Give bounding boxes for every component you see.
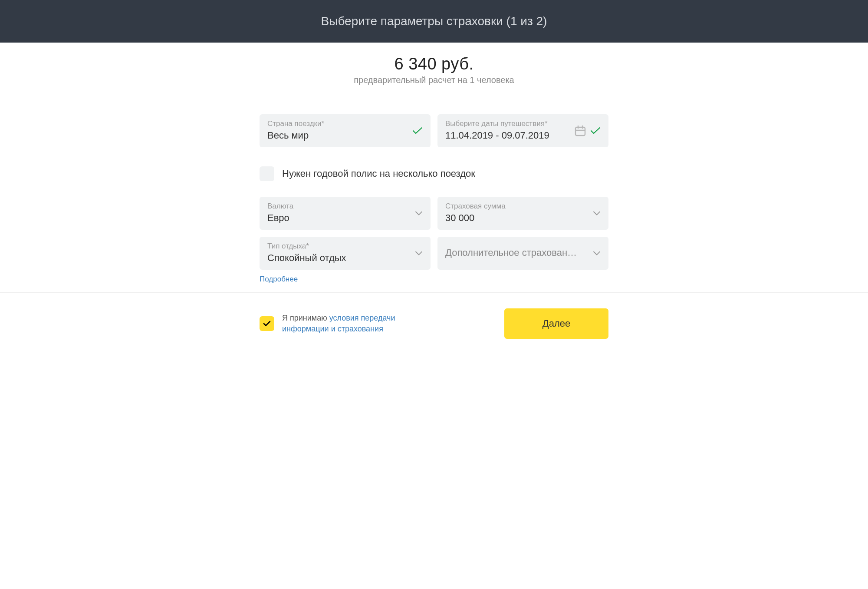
price-section: 6 340 руб. предварительный расчет на 1 ч… (0, 43, 868, 94)
currency-field[interactable]: Валюта Евро (260, 197, 431, 230)
currency-value: Евро (267, 212, 405, 224)
coverage-value: 30 000 (445, 212, 583, 224)
agreement-text: Я принимаю условия передачи информации и… (282, 313, 434, 334)
footer-section: Я принимаю условия передачи информации и… (0, 292, 868, 354)
step-title: Выберите параметры страховки (1 из 2) (321, 14, 547, 28)
country-field[interactable]: Страна поездки* Весь мир (260, 114, 431, 147)
coverage-label: Страховая сумма (445, 202, 583, 211)
dates-value: 11.04.2019 - 09.07.2019 (445, 130, 570, 141)
coverage-field[interactable]: Страховая сумма 30 000 (437, 197, 608, 230)
vacation-type-label: Тип отдыха* (267, 242, 405, 251)
vacation-type-value: Спокойный отдых (267, 252, 405, 264)
additional-placeholder: Дополнительное страхован… (445, 247, 601, 258)
vacation-type-field[interactable]: Тип отдыха* Спокойный отдых (260, 237, 431, 270)
chevron-down-icon (415, 251, 423, 256)
chevron-down-icon (415, 211, 423, 216)
chevron-down-icon (593, 251, 601, 256)
agreement-checkbox[interactable] (260, 316, 274, 331)
step-header: Выберите параметры страховки (1 из 2) (0, 0, 868, 43)
agreement-prefix: Я принимаю (282, 314, 329, 322)
calendar-icon (575, 125, 586, 136)
next-button[interactable]: Далее (504, 308, 608, 339)
dates-label: Выберите даты путешествия* (445, 119, 570, 128)
country-value: Весь мир (267, 130, 405, 141)
dates-field[interactable]: Выберите даты путешествия* 11.04.2019 - … (437, 114, 608, 147)
price-amount: 6 340 руб. (0, 55, 868, 73)
check-icon (590, 127, 601, 135)
annual-policy-label: Нужен годовой полис на несколько поездок (282, 168, 475, 179)
annual-policy-checkbox[interactable] (260, 166, 274, 181)
svg-rect-0 (575, 127, 585, 136)
currency-label: Валюта (267, 202, 405, 211)
price-subtitle: предварительный расчет на 1 человека (0, 75, 868, 85)
check-icon (412, 127, 423, 135)
chevron-down-icon (593, 211, 601, 216)
more-link[interactable]: Подробнее (260, 275, 298, 284)
form-container: Страна поездки* Весь мир Выберите даты п… (260, 94, 608, 292)
country-label: Страна поездки* (267, 119, 405, 128)
additional-insurance-field[interactable]: Дополнительное страхован… (437, 237, 608, 270)
check-icon (263, 321, 271, 327)
